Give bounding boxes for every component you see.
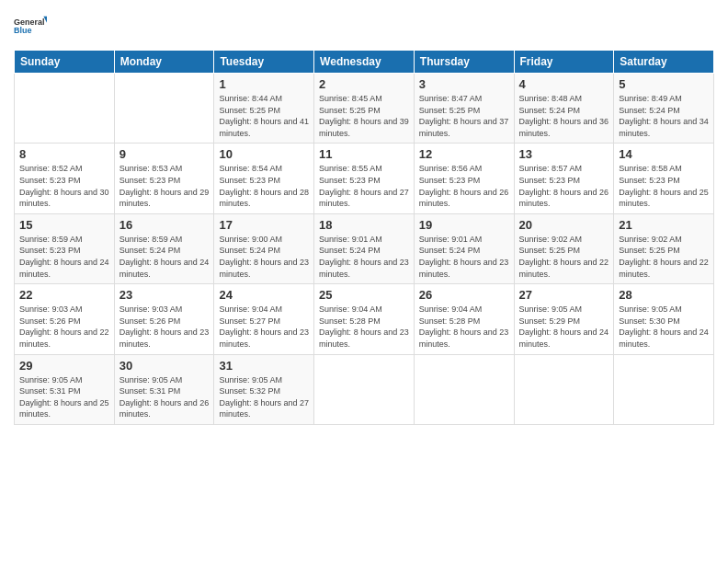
day-cell-27: 27Sunrise: 9:05 AMSunset: 5:29 PMDayligh…	[514, 284, 614, 354]
day-cell-4: 4Sunrise: 8:48 AMSunset: 5:24 PMDaylight…	[514, 74, 614, 144]
week-row-4: 22Sunrise: 9:03 AMSunset: 5:26 PMDayligh…	[15, 284, 714, 354]
day-cell-28: 28Sunrise: 9:05 AMSunset: 5:30 PMDayligh…	[614, 284, 714, 354]
calendar-table: SundayMondayTuesdayWednesdayThursdayFrid…	[14, 50, 714, 425]
col-header-friday: Friday	[514, 51, 614, 74]
day-cell-9: 9Sunrise: 8:53 AMSunset: 5:23 PMDaylight…	[114, 144, 214, 213]
day-cell-5: 5Sunrise: 8:49 AMSunset: 5:24 PMDaylight…	[614, 74, 714, 144]
col-header-wednesday: Wednesday	[314, 51, 415, 74]
empty-cell	[114, 74, 214, 144]
day-cell-31: 31Sunrise: 9:05 AMSunset: 5:32 PMDayligh…	[214, 354, 314, 424]
day-cell-20: 20Sunrise: 9:02 AMSunset: 5:25 PMDayligh…	[514, 213, 614, 283]
col-header-sunday: Sunday	[15, 51, 115, 74]
empty-cell	[614, 354, 714, 424]
day-cell-8: 8Sunrise: 8:52 AMSunset: 5:23 PMDaylight…	[15, 144, 115, 213]
col-header-thursday: Thursday	[414, 51, 514, 74]
empty-cell	[414, 354, 514, 424]
day-cell-1: 1Sunrise: 8:44 AMSunset: 5:25 PMDaylight…	[214, 74, 314, 144]
day-cell-29: 29Sunrise: 9:05 AMSunset: 5:31 PMDayligh…	[15, 354, 115, 424]
col-header-tuesday: Tuesday	[214, 51, 314, 74]
day-cell-22: 22Sunrise: 9:03 AMSunset: 5:26 PMDayligh…	[15, 284, 115, 354]
day-cell-15: 15Sunrise: 8:59 AMSunset: 5:23 PMDayligh…	[15, 213, 115, 283]
day-cell-16: 16Sunrise: 8:59 AMSunset: 5:24 PMDayligh…	[114, 213, 214, 283]
logo-svg: General Blue	[14, 9, 47, 42]
day-cell-2: 2Sunrise: 8:45 AMSunset: 5:25 PMDaylight…	[314, 74, 415, 144]
day-cell-14: 14Sunrise: 8:58 AMSunset: 5:23 PMDayligh…	[614, 144, 714, 213]
day-cell-21: 21Sunrise: 9:02 AMSunset: 5:25 PMDayligh…	[614, 213, 714, 283]
week-row-1: 1Sunrise: 8:44 AMSunset: 5:25 PMDaylight…	[15, 74, 714, 144]
day-cell-10: 10Sunrise: 8:54 AMSunset: 5:23 PMDayligh…	[214, 144, 314, 213]
day-cell-19: 19Sunrise: 9:01 AMSunset: 5:24 PMDayligh…	[414, 213, 514, 283]
day-cell-12: 12Sunrise: 8:56 AMSunset: 5:23 PMDayligh…	[414, 144, 514, 213]
day-cell-13: 13Sunrise: 8:57 AMSunset: 5:23 PMDayligh…	[514, 144, 614, 213]
day-cell-24: 24Sunrise: 9:04 AMSunset: 5:27 PMDayligh…	[214, 284, 314, 354]
header: General Blue	[14, 9, 714, 42]
col-header-saturday: Saturday	[614, 51, 714, 74]
page: General Blue SundayMondayTuesdayWednesda…	[0, 0, 728, 563]
week-row-3: 15Sunrise: 8:59 AMSunset: 5:23 PMDayligh…	[15, 213, 714, 283]
logo: General Blue	[14, 9, 47, 42]
week-row-5: 29Sunrise: 9:05 AMSunset: 5:31 PMDayligh…	[15, 354, 714, 424]
day-cell-3: 3Sunrise: 8:47 AMSunset: 5:25 PMDaylight…	[414, 74, 514, 144]
day-cell-18: 18Sunrise: 9:01 AMSunset: 5:24 PMDayligh…	[314, 213, 415, 283]
col-header-monday: Monday	[114, 51, 214, 74]
day-cell-30: 30Sunrise: 9:05 AMSunset: 5:31 PMDayligh…	[114, 354, 214, 424]
svg-text:General: General	[14, 17, 45, 27]
svg-text:Blue: Blue	[14, 26, 32, 35]
empty-cell	[314, 354, 415, 424]
day-cell-26: 26Sunrise: 9:04 AMSunset: 5:28 PMDayligh…	[414, 284, 514, 354]
day-cell-17: 17Sunrise: 9:00 AMSunset: 5:24 PMDayligh…	[214, 213, 314, 283]
day-cell-23: 23Sunrise: 9:03 AMSunset: 5:26 PMDayligh…	[114, 284, 214, 354]
week-row-2: 8Sunrise: 8:52 AMSunset: 5:23 PMDaylight…	[15, 144, 714, 213]
empty-cell	[15, 74, 115, 144]
header-row: SundayMondayTuesdayWednesdayThursdayFrid…	[15, 51, 714, 74]
empty-cell	[514, 354, 614, 424]
day-cell-11: 11Sunrise: 8:55 AMSunset: 5:23 PMDayligh…	[314, 144, 415, 213]
day-cell-25: 25Sunrise: 9:04 AMSunset: 5:28 PMDayligh…	[314, 284, 415, 354]
